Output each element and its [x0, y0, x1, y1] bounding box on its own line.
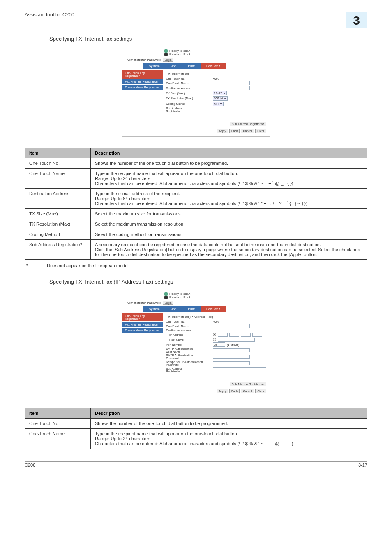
screenshot-internetfax: Ready to scan. Ready to Print Administra…	[122, 46, 270, 137]
table1-r4-item: TX Resolution (Max)	[25, 219, 91, 229]
item-description-table-2: Item Description One-Touch No.Shows the …	[25, 408, 367, 449]
table1-r3-item: TX Size (Max)	[25, 209, 91, 219]
label-coding: Coding Method	[166, 102, 211, 105]
table-row: One-Touch NameType in the recipient name…	[25, 429, 367, 449]
nav-domain-name[interactable]: Domain Name Registration	[122, 85, 163, 90]
nav-onetouch-registration[interactable]: One-Touch Key Registration	[122, 70, 163, 79]
input-ip-2[interactable]	[229, 333, 239, 337]
table1-r1-item: One-Touch Name	[25, 169, 91, 189]
tab-faxscan[interactable]: Fax/Scan	[201, 306, 226, 312]
table1-r4-desc: Select the maximum transmission resoluti…	[91, 219, 367, 229]
table1-r2-desc: Type in the e-mail address of the recipi…	[91, 189, 367, 209]
table-row: Sub Address Registration*A secondary rec…	[25, 240, 367, 260]
table-row: One-Touch No.Shows the number of the one…	[25, 419, 367, 429]
status-icon	[164, 292, 168, 296]
table-row: TX Size (Max)Select the maximum size for…	[25, 209, 367, 219]
input-ip-4[interactable]	[252, 333, 262, 337]
select-coding-value: MH	[214, 102, 219, 105]
table-row: One-Touch No.Shows the number of the one…	[25, 158, 367, 169]
select-coding[interactable]: MH	[213, 102, 224, 106]
status-scan: Ready to scan.	[169, 49, 191, 53]
input-destination[interactable]	[213, 86, 250, 90]
footer-left: C200	[25, 462, 35, 467]
cancel-button[interactable]: Cancel	[241, 389, 254, 393]
table2-header-item: Item	[25, 408, 91, 419]
label-onetouch-no: One-Touch No.	[166, 320, 211, 323]
table-row: One-Touch NameType in the recipient name…	[25, 169, 367, 189]
input-smtp-pass2[interactable]	[213, 361, 250, 365]
chapter-number-badge: 3	[346, 12, 367, 28]
input-ip-1[interactable]	[218, 333, 228, 337]
clear-button[interactable]: Clear	[255, 129, 266, 133]
label-smtp-user: SMTP Authentication User Name	[166, 347, 211, 353]
value-onetouch-no: #002	[213, 320, 219, 323]
printer-icon	[164, 53, 168, 56]
label-txsize: TX Size (Max.)	[166, 92, 211, 95]
tab-faxscan[interactable]: Fax/Scan	[201, 63, 226, 69]
cancel-button[interactable]: Cancel	[241, 129, 254, 133]
label-port: Port Number	[166, 343, 211, 346]
table1-r0-item: One-Touch No.	[25, 158, 91, 169]
label-smtp-pass2: Retype SMTP Authentication Password	[166, 361, 211, 366]
apply-button[interactable]: Apply	[217, 129, 228, 133]
section-title-2: Specifying TX: InternetFax (IP Address F…	[49, 279, 367, 285]
label-txres: TX Resolution (Max.)	[166, 97, 211, 100]
tab-print[interactable]: Print	[182, 63, 201, 69]
tab-job[interactable]: Job	[166, 306, 182, 312]
label-host: Host Name	[166, 338, 211, 341]
label-onetouch-no: One-Touch No.	[166, 77, 211, 80]
table2-header-desc: Description	[91, 408, 367, 419]
apply-button[interactable]: Apply	[217, 389, 228, 393]
tab-system[interactable]: System	[143, 306, 166, 312]
chevron-down-icon	[223, 92, 226, 95]
back-button[interactable]: Back	[229, 389, 240, 393]
running-header-left: Assistant tool for C200	[25, 12, 74, 18]
port-hint: (1-65535)	[227, 343, 239, 346]
select-txsize[interactable]: 11x17	[213, 91, 227, 95]
chevron-down-icon	[220, 102, 222, 105]
nav-domain-name[interactable]: Domain Name Registration	[122, 328, 163, 333]
footer-page-number: 3-17	[358, 462, 367, 467]
sub-address-registration-button[interactable]: Sub Address Registration	[230, 122, 266, 126]
nav-onetouch-registration[interactable]: One-Touch Key Registration	[122, 313, 163, 322]
input-port-value: 25	[213, 343, 217, 346]
radio-host[interactable]	[213, 338, 216, 341]
table2-r1-desc: Type in the recipient name that will app…	[91, 429, 367, 449]
login-button[interactable]: Login	[163, 301, 173, 305]
sub-address-registration-button[interactable]: Sub Address Registration	[230, 382, 266, 386]
select-txsize-value: 11x17	[214, 92, 222, 95]
textarea-subaddress[interactable]	[213, 367, 266, 379]
table2-r1-item: One-Touch Name	[25, 429, 91, 449]
tab-system[interactable]: System	[143, 63, 166, 69]
table-row: Coding MethodSelect the coding method fo…	[25, 229, 367, 240]
status-scan: Ready to scan.	[169, 292, 191, 296]
table1-r6-item: Sub Address Registration*	[25, 240, 91, 260]
table-row: TX Resolution (Max)Select the maximum tr…	[25, 219, 367, 229]
select-txres[interactable]: 600dpi	[213, 96, 228, 101]
printer-icon	[164, 296, 168, 299]
input-smtp-user[interactable]	[213, 348, 250, 352]
chevron-down-icon	[224, 97, 226, 100]
back-button[interactable]: Back	[229, 129, 240, 133]
label-subaddress: Sub Address Registration	[166, 107, 211, 113]
value-onetouch-no: #002	[213, 77, 219, 80]
login-button[interactable]: Login	[163, 58, 173, 62]
nav-fax-program[interactable]: Fax Program Registration	[122, 79, 163, 85]
status-print: Ready to Print	[169, 53, 190, 56]
tab-print[interactable]: Print	[182, 306, 201, 312]
input-host[interactable]	[218, 338, 255, 342]
input-onetouch-name[interactable]	[213, 324, 250, 328]
table1-r2-item: Destination Address	[25, 189, 91, 209]
nav-fax-program[interactable]: Fax Program Registration	[122, 322, 163, 328]
label-onetouch-name: One-Touch Name	[166, 325, 211, 328]
textarea-subaddress[interactable]	[213, 107, 266, 119]
radio-ip[interactable]	[213, 333, 216, 336]
input-smtp-pass[interactable]	[213, 355, 250, 359]
input-onetouch-name[interactable]	[213, 81, 250, 85]
tab-job[interactable]: Job	[166, 63, 182, 69]
table1-header-desc: Description	[91, 148, 367, 158]
input-ip-3[interactable]	[241, 333, 251, 337]
table2-r0-item: One-Touch No.	[25, 419, 91, 429]
input-port[interactable]: 25	[213, 342, 225, 347]
clear-button[interactable]: Clear	[255, 389, 266, 393]
